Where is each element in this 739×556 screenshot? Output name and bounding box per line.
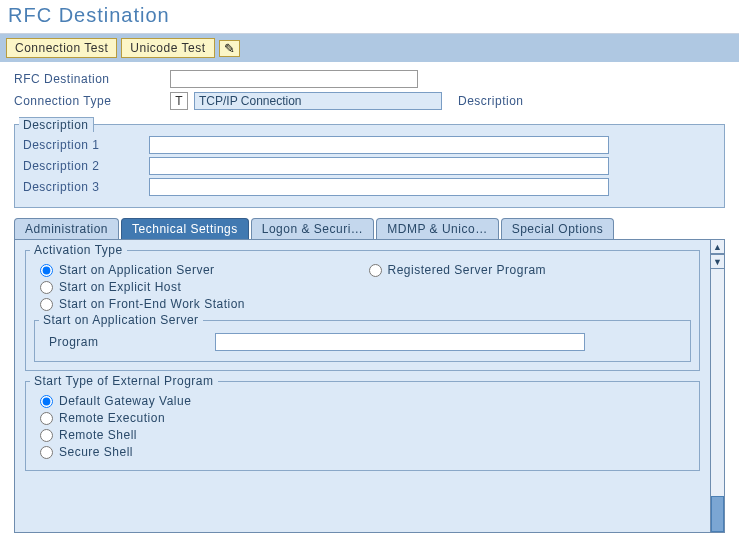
program-input[interactable]: [215, 333, 585, 351]
start-type-external-title: Start Type of External Program: [30, 374, 218, 388]
tab-logon-security[interactable]: Logon & Securi…: [251, 218, 375, 240]
radio-registered-server-program-label: Registered Server Program: [388, 263, 547, 277]
tab-panel-technical-settings: ▲ ▼ Activation Type Start on Application…: [14, 239, 725, 533]
radio-default-gateway[interactable]: Default Gateway Value: [40, 394, 691, 408]
activation-type-group: Activation Type Start on Application Ser…: [25, 250, 700, 371]
radio-remote-execution[interactable]: Remote Execution: [40, 411, 691, 425]
connection-type-code-input[interactable]: [170, 92, 188, 110]
edit-icon[interactable]: ✎: [219, 40, 240, 57]
radio-start-app-server-input[interactable]: [40, 264, 53, 277]
radio-start-explicit-host-label: Start on Explicit Host: [59, 280, 181, 294]
rfc-destination-input[interactable]: [170, 70, 418, 88]
description-side-label: Description: [458, 94, 524, 108]
connection-type-label: Connection Type: [14, 94, 164, 108]
radio-start-explicit-host[interactable]: Start on Explicit Host: [40, 280, 363, 294]
toolbar: Connection Test Unicode Test ✎: [0, 34, 739, 62]
page-title: RFC Destination: [0, 0, 739, 34]
program-label: Program: [49, 335, 209, 349]
scroll-up-icon[interactable]: ▲: [710, 239, 725, 254]
tabstrip: Administration Technical Settings Logon …: [14, 218, 725, 240]
tab-technical-settings[interactable]: Technical Settings: [121, 218, 249, 240]
description2-label: Description 2: [23, 159, 149, 173]
scrollbar-thumb[interactable]: [711, 496, 724, 532]
radio-remote-shell-input[interactable]: [40, 429, 53, 442]
radio-default-gateway-label: Default Gateway Value: [59, 394, 191, 408]
description3-input[interactable]: [149, 178, 609, 196]
connection-type-text: TCP/IP Connection: [194, 92, 442, 110]
radio-remote-execution-input[interactable]: [40, 412, 53, 425]
radio-secure-shell-label: Secure Shell: [59, 445, 133, 459]
form-header: RFC Destination Connection Type TCP/IP C…: [0, 62, 739, 118]
description1-input[interactable]: [149, 136, 609, 154]
connection-test-button[interactable]: Connection Test: [6, 38, 117, 58]
description-group-title: Description: [19, 117, 94, 132]
scrollbar-track[interactable]: [710, 269, 725, 533]
scroll-down-icon[interactable]: ▼: [710, 254, 725, 269]
activation-type-title: Activation Type: [30, 243, 127, 257]
start-on-app-server-title: Start on Application Server: [39, 313, 203, 327]
radio-secure-shell-input[interactable]: [40, 446, 53, 459]
radio-remote-execution-label: Remote Execution: [59, 411, 165, 425]
tab-administration[interactable]: Administration: [14, 218, 119, 240]
radio-registered-server-program[interactable]: Registered Server Program: [369, 263, 692, 277]
radio-registered-server-program-input[interactable]: [369, 264, 382, 277]
radio-default-gateway-input[interactable]: [40, 395, 53, 408]
radio-start-frontend-ws[interactable]: Start on Front-End Work Station: [40, 297, 363, 311]
tab-mdmp-unicode[interactable]: MDMP & Unico…: [376, 218, 498, 240]
radio-remote-shell-label: Remote Shell: [59, 428, 137, 442]
radio-start-frontend-ws-label: Start on Front-End Work Station: [59, 297, 245, 311]
description-group: Description Description 1 Description 2 …: [14, 124, 725, 208]
radio-secure-shell[interactable]: Secure Shell: [40, 445, 691, 459]
unicode-test-button[interactable]: Unicode Test: [121, 38, 214, 58]
radio-start-app-server[interactable]: Start on Application Server: [40, 263, 363, 277]
radio-remote-shell[interactable]: Remote Shell: [40, 428, 691, 442]
radio-start-explicit-host-input[interactable]: [40, 281, 53, 294]
start-on-app-server-group: Start on Application Server Program: [34, 320, 691, 362]
description1-label: Description 1: [23, 138, 149, 152]
description2-input[interactable]: [149, 157, 609, 175]
radio-start-frontend-ws-input[interactable]: [40, 298, 53, 311]
rfc-destination-label: RFC Destination: [14, 72, 164, 86]
tab-special-options[interactable]: Special Options: [501, 218, 615, 240]
radio-start-app-server-label: Start on Application Server: [59, 263, 215, 277]
start-type-external-group: Start Type of External Program Default G…: [25, 381, 700, 471]
description3-label: Description 3: [23, 180, 149, 194]
